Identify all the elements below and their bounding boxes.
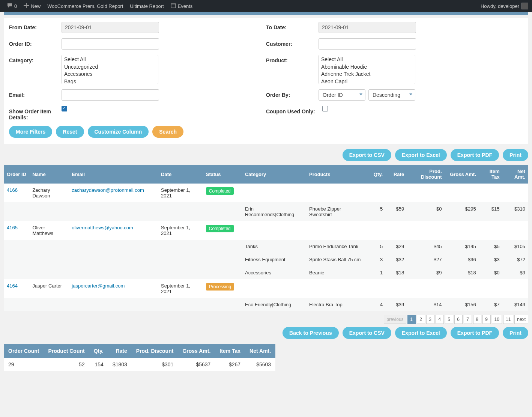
category-option[interactable]: Accessories	[63, 71, 156, 78]
pagination: previous1234567891011next	[4, 315, 528, 324]
cell-discount: $27	[407, 253, 445, 266]
sth-product-count: Product Count	[44, 344, 89, 358]
product-option[interactable]: Aeon Capri	[320, 78, 413, 84]
show-order-item-checkbox[interactable]	[62, 106, 67, 111]
page-number[interactable]: 8	[473, 315, 481, 324]
print-button[interactable]: Print	[503, 149, 528, 161]
product-option[interactable]: Adrienne Trek Jacket	[320, 71, 413, 78]
order-id-link[interactable]: 4165	[7, 225, 18, 230]
woocommerce-report-link[interactable]: WooCommerce Prem. Gold Report	[44, 0, 126, 12]
from-date-input[interactable]	[62, 22, 159, 33]
page-number[interactable]: 3	[426, 315, 434, 324]
cell-gross: $145	[445, 240, 479, 253]
th-products[interactable]: Products	[306, 165, 364, 184]
back-to-previous-button[interactable]: Back to Previous	[283, 327, 339, 339]
std-rate: $1803	[108, 358, 132, 371]
export-pdf-button-bottom[interactable]: Export to PDF	[451, 327, 499, 339]
customer-input[interactable]	[319, 38, 416, 50]
page-number[interactable]: 7	[464, 315, 472, 324]
email-link[interactable]: zacharydawson@protonmail.com	[72, 187, 144, 193]
page-next[interactable]: next	[514, 315, 528, 324]
page-number[interactable]: 10	[492, 315, 502, 324]
order-id-link[interactable]: 4164	[7, 283, 18, 289]
to-date-input[interactable]	[319, 22, 416, 33]
coupon-used-checkbox[interactable]	[322, 106, 328, 111]
customize-column-button[interactable]: Customize Column	[88, 126, 149, 138]
th-date[interactable]: Date	[158, 165, 203, 184]
search-button[interactable]: Search	[152, 126, 183, 138]
th-gross-amt[interactable]: Gross Amt.	[445, 165, 479, 184]
th-email[interactable]: Email	[69, 165, 158, 184]
th-order-id[interactable]: Order ID	[4, 165, 29, 184]
page-number[interactable]: 9	[482, 315, 491, 324]
email-link[interactable]: jaspercarter@gmail.com	[72, 283, 125, 289]
th-status[interactable]: Status	[203, 165, 242, 184]
cell-net: $105	[502, 240, 528, 253]
more-filters-button[interactable]: More Filters	[9, 126, 52, 138]
calendar-icon	[171, 3, 176, 9]
category-listbox[interactable]: Select AllUncategorizedAccessoriesBagsBa…	[62, 55, 158, 84]
reset-button[interactable]: Reset	[56, 126, 84, 138]
admin-bar-left: 0 New WooCommerce Prem. Gold Report Ulti…	[4, 0, 195, 12]
export-csv-button[interactable]: Export to CSV	[343, 149, 391, 161]
order-id-link[interactable]: 4166	[7, 187, 18, 193]
th-item-tax[interactable]: Item Tax	[479, 165, 503, 184]
cell-category: Eco Friendly|Clothing	[242, 298, 306, 311]
product-listbox[interactable]: Select AllAbominable HoodieAdrienne Trek…	[319, 55, 415, 84]
product-option[interactable]: Select All	[320, 56, 413, 63]
th-name[interactable]: Name	[29, 165, 69, 184]
ultimate-report-link[interactable]: Ultimate Report	[127, 0, 167, 12]
th-rate[interactable]: Rate	[386, 165, 407, 184]
cell-discount: $0	[407, 202, 445, 221]
cell-tax: $5	[479, 240, 503, 253]
export-csv-button-bottom[interactable]: Export to CSV	[343, 327, 391, 339]
header-strip	[4, 12, 528, 15]
product-option[interactable]: Abominable Hoodie	[320, 63, 413, 71]
status-badge: Completed	[206, 225, 234, 232]
order-by-dir-select[interactable]: Descending	[368, 89, 415, 101]
export-excel-button[interactable]: Export to Excel	[395, 149, 447, 161]
std-gross-amt: $5637	[178, 358, 215, 371]
export-excel-button-bottom[interactable]: Export to Excel	[395, 327, 447, 339]
sth-net-amt: Net Amt.	[245, 344, 275, 358]
cell-net: $149	[502, 298, 528, 311]
th-prod-discount[interactable]: Prod. Discount	[407, 165, 445, 184]
events-link[interactable]: Events	[168, 0, 196, 12]
page-number[interactable]: 4	[436, 315, 444, 324]
cell-tax: $0	[479, 266, 503, 279]
std-order-count: 29	[4, 358, 44, 371]
category-option[interactable]: Bags	[63, 78, 156, 84]
print-button-bottom[interactable]: Print	[503, 327, 528, 339]
cell-category: Tanks	[242, 240, 306, 253]
cell-rate: $32	[386, 253, 407, 266]
page-number[interactable]: 2	[417, 315, 425, 324]
cell-tax: $3	[479, 253, 503, 266]
page-number[interactable]: 6	[454, 315, 463, 324]
to-date-label: To Date:	[266, 22, 319, 30]
table-row: 4166Zachary Dawsonzacharydawson@protonma…	[4, 184, 528, 202]
th-net-amt[interactable]: Net Amt.	[502, 165, 528, 184]
th-category[interactable]: Category	[242, 165, 306, 184]
page-number[interactable]: 1	[407, 315, 416, 324]
table-row: 4165Oliver Matthewsolivermatthews@yahoo.…	[4, 221, 528, 240]
howdy-text: Howdy, developer	[481, 3, 519, 9]
sth-rate: Rate	[108, 344, 132, 358]
admin-bar-right[interactable]: Howdy, developer	[481, 3, 528, 9]
export-pdf-button[interactable]: Export to PDF	[451, 149, 499, 161]
email-link[interactable]: olivermatthews@yahoo.com	[72, 225, 133, 230]
cell-product: Beanie	[306, 266, 364, 279]
order-by-field-select[interactable]: Order ID	[319, 89, 365, 101]
cell-net: $72	[502, 253, 528, 266]
email-input[interactable]	[62, 89, 159, 101]
comments-link[interactable]: 0	[4, 0, 20, 12]
th-qty[interactable]: Qty.	[364, 165, 386, 184]
page-prev[interactable]: previous	[384, 315, 406, 324]
avatar	[521, 3, 528, 9]
page-number[interactable]: 11	[503, 315, 513, 324]
order-id-input[interactable]	[62, 38, 159, 50]
new-link[interactable]: New	[21, 0, 44, 12]
category-option[interactable]: Uncategorized	[63, 63, 156, 71]
category-option[interactable]: Select All	[63, 56, 156, 63]
page-number[interactable]: 5	[445, 315, 453, 324]
order-by-field-value: Order ID	[319, 89, 365, 101]
